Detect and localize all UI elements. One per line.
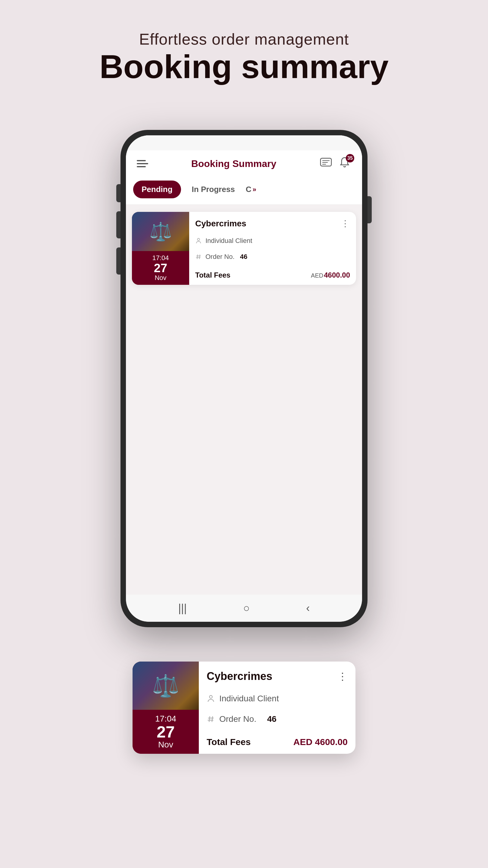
phone-volume-down-button xyxy=(116,247,121,275)
card-list: 17:04 27 Nov Cybercrimes ⋮ xyxy=(126,205,362,595)
expanded-card-image-col: 17:04 27 Nov xyxy=(133,661,199,754)
expanded-card-top-row: Cybercrimes ⋮ xyxy=(207,670,348,683)
tabs-bar: Pending In Progress C » xyxy=(126,176,362,205)
chat-button[interactable] xyxy=(319,156,332,171)
card-client-row: Individual Client xyxy=(195,237,350,245)
app-header-title: Booking Summary xyxy=(191,158,276,169)
phone-volume-up-button xyxy=(116,211,121,239)
nav-home-icon[interactable]: ○ xyxy=(243,602,250,615)
expanded-fees-currency: AED xyxy=(293,737,313,747)
phone-power-button xyxy=(367,196,372,223)
svg-point-9 xyxy=(209,695,212,698)
card-thumbnail xyxy=(132,212,189,251)
expanded-card-thumbnail xyxy=(133,661,199,710)
expanded-fees-amount: 4600.00 xyxy=(315,737,348,747)
expanded-card-day: 27 xyxy=(157,724,175,740)
header-icons: 35 xyxy=(319,156,351,171)
tab-more[interactable]: C » xyxy=(246,185,256,194)
nav-back-icon[interactable]: ‹ xyxy=(306,602,310,615)
phone-frame: Booking Summary xyxy=(121,130,367,627)
card-order-row: Order No. 46 xyxy=(195,253,350,261)
page-header: Effortless order management Booking summ… xyxy=(99,30,389,85)
expanded-fees-value: AED 4600.00 xyxy=(293,737,348,747)
card-date: 17:04 27 Nov xyxy=(132,251,189,285)
bottom-nav: ||| ○ ‹ xyxy=(126,595,362,622)
phone-container: Booking Summary xyxy=(121,106,367,627)
tab-pending[interactable]: Pending xyxy=(133,181,181,198)
hamburger-menu-button[interactable] xyxy=(137,160,148,167)
notification-button[interactable]: 35 xyxy=(338,156,351,171)
expanded-card-date: 17:04 27 Nov xyxy=(133,710,199,754)
svg-line-6 xyxy=(199,255,200,259)
person-icon xyxy=(195,238,202,244)
expanded-order-row: Order No. 46 xyxy=(207,714,348,724)
expanded-card-month: Nov xyxy=(158,740,173,749)
card-month: Nov xyxy=(155,274,166,282)
card-top-row: Cybercrimes ⋮ xyxy=(195,218,350,228)
expanded-card-menu-dots[interactable]: ⋮ xyxy=(337,670,348,682)
status-bar xyxy=(126,135,362,150)
tab-in-progress[interactable]: In Progress xyxy=(184,181,243,198)
page-title: Booking summary xyxy=(99,48,389,85)
fees-value: AED4600.00 xyxy=(311,271,350,279)
expanded-client-name: Individual Client xyxy=(219,694,279,704)
expanded-card-info: Cybercrimes ⋮ Individual Client Order No… xyxy=(199,661,355,754)
expanded-hashtag-icon xyxy=(207,715,215,723)
nav-recent-apps-icon[interactable]: ||| xyxy=(178,602,187,615)
hashtag-icon xyxy=(195,253,202,260)
app-header: Booking Summary xyxy=(126,150,362,176)
phone-mute-button xyxy=(116,184,121,202)
fees-label: Total Fees xyxy=(195,271,230,279)
expanded-card-wrapper: 17:04 27 Nov Cybercrimes ⋮ Individual Cl… xyxy=(133,661,355,754)
phone-screen: Booking Summary xyxy=(126,135,362,622)
card-fees-row: Total Fees AED4600.00 xyxy=(195,271,350,279)
notification-badge: 35 xyxy=(346,154,354,162)
card-image-col: 17:04 27 Nov xyxy=(132,212,189,285)
expanded-service-name: Cybercrimes xyxy=(207,670,272,683)
expanded-card-time: 17:04 xyxy=(155,714,176,724)
card-time: 17:04 xyxy=(152,254,169,262)
fees-currency: AED xyxy=(311,272,323,279)
svg-line-10 xyxy=(209,716,210,722)
svg-point-4 xyxy=(197,238,199,240)
svg-line-5 xyxy=(197,255,198,259)
expanded-person-icon xyxy=(207,694,215,703)
card-client-name: Individual Client xyxy=(205,237,252,245)
card-day: 27 xyxy=(154,262,167,274)
chevrons-icon: » xyxy=(253,186,256,193)
card-service-name: Cybercrimes xyxy=(195,219,247,228)
order-num-label: Order No. xyxy=(205,253,236,261)
booking-card[interactable]: 17:04 27 Nov Cybercrimes ⋮ xyxy=(132,212,356,285)
order-num-value: 46 xyxy=(240,253,247,261)
card-info: Cybercrimes ⋮ Individual Client xyxy=(189,212,356,285)
card-menu-dots-button[interactable]: ⋮ xyxy=(341,218,350,228)
svg-line-11 xyxy=(212,716,213,722)
page-subtitle: Effortless order management xyxy=(99,30,389,48)
expanded-order-label: Order No. xyxy=(219,714,256,724)
expanded-booking-card[interactable]: 17:04 27 Nov Cybercrimes ⋮ Individual Cl… xyxy=(133,661,355,754)
chat-icon xyxy=(319,156,332,170)
expanded-order-number: 46 xyxy=(267,714,276,724)
expanded-fees-row: Total Fees AED 4600.00 xyxy=(207,737,348,747)
expanded-client-row: Individual Client xyxy=(207,694,348,704)
expanded-fees-label: Total Fees xyxy=(207,737,251,747)
